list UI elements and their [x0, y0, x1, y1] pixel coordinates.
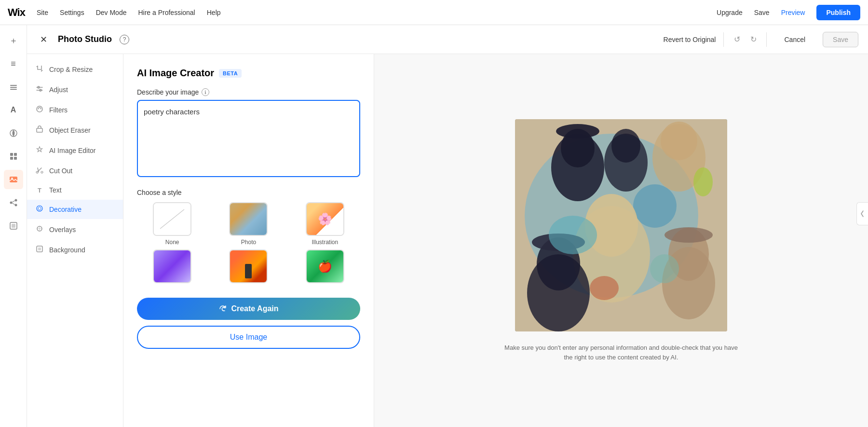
svg-point-10 [10, 202, 12, 204]
redo-button[interactable]: ↻ [746, 32, 760, 47]
sidebar-connect-icon[interactable] [4, 193, 23, 212]
svg-point-31 [556, 124, 599, 138]
tool-overlays[interactable]: Overlays [27, 220, 123, 239]
sidebar-layers2-icon[interactable] [4, 216, 23, 235]
revert-to-original-button[interactable]: Revert to Original [664, 36, 716, 43]
sidebar-add-icon[interactable]: ＋ [4, 31, 23, 50]
sidebar-apps-icon[interactable] [4, 147, 23, 166]
style6-item[interactable]: 🍎 [290, 249, 360, 286]
tool-crop-resize[interactable]: Crop & Resize [27, 60, 123, 79]
tool-cut-out[interactable]: Cut Out [27, 161, 123, 180]
save-button[interactable]: Save [823, 32, 858, 47]
svg-point-47 [693, 167, 713, 196]
svg-point-22 [41, 171, 43, 173]
style-illustration-item[interactable]: 🌸 Illustration [290, 202, 360, 246]
svg-rect-16 [12, 224, 15, 228]
top-navigation: Wix Site Settings Dev Mode Hire a Profes… [0, 0, 868, 25]
tool-object-eraser[interactable]: Object Eraser [27, 121, 123, 140]
modal-body: Crop & Resize Adjust Filters Object Eras… [27, 54, 868, 427]
svg-rect-5 [14, 153, 17, 156]
svg-rect-8 [10, 177, 17, 182]
undo-button[interactable]: ↺ [730, 32, 744, 47]
tool-text[interactable]: T Text [27, 181, 123, 199]
style4-item[interactable] [137, 249, 207, 286]
svg-point-19 [37, 106, 42, 112]
undo-redo-controls: ↺ ↻ [723, 32, 767, 47]
svg-rect-7 [14, 157, 17, 160]
tool-object-eraser-label: Object Eraser [49, 126, 91, 134]
ai-panel: AI Image Creator BETA Describe your imag… [123, 54, 374, 427]
object-eraser-icon [35, 125, 44, 135]
sidebar-color-icon[interactable] [4, 124, 23, 143]
main-sidebar: ＋ ≡ A [0, 25, 27, 427]
describe-info-icon[interactable]: ℹ [202, 88, 209, 96]
crop-resize-icon [35, 65, 44, 74]
sidebar-pages-icon[interactable]: ≡ [4, 54, 23, 73]
svg-rect-25 [38, 248, 41, 250]
style-photo-item[interactable]: Photo [213, 202, 284, 246]
decorative-icon [35, 205, 44, 214]
overlays-icon [35, 225, 44, 234]
tool-background[interactable]: Background [27, 240, 123, 260]
preview-disclaimer: Make sure you don't enter any personal i… [501, 343, 742, 362]
tool-adjust[interactable]: Adjust [27, 80, 123, 99]
text-icon: T [35, 187, 44, 194]
style-none-label: None [165, 239, 179, 246]
describe-textarea[interactable]: poetry characters [137, 100, 360, 177]
nav-save-button[interactable]: Save [754, 9, 770, 16]
svg-rect-2 [10, 89, 17, 90]
style-photo-label: Photo [241, 239, 256, 246]
tool-decorative[interactable]: Decorative [27, 200, 123, 219]
svg-line-13 [12, 201, 14, 202]
tool-filters[interactable]: Filters [27, 100, 123, 120]
style5-thumb [229, 249, 268, 283]
nav-preview-button[interactable]: Preview [781, 9, 805, 16]
cancel-button[interactable]: Cancel [774, 32, 815, 47]
sidebar-media-icon[interactable] [4, 170, 23, 189]
nav-item-devmode[interactable]: Dev Mode [96, 9, 127, 16]
use-image-button[interactable]: Use Image [137, 326, 360, 349]
svg-point-45 [650, 254, 679, 283]
style-grid-row1: None Photo 🌸 Illustration [137, 202, 360, 246]
modal-header: ✕ Photo Studio ? Revert to Original ↺ ↻ … [27, 25, 868, 54]
sidebar-font-icon[interactable]: A [4, 100, 23, 120]
svg-point-33 [611, 129, 640, 163]
svg-point-35 [661, 122, 697, 160]
collapse-panel-button[interactable] [856, 202, 868, 225]
style-illustration-thumb: 🌸 [306, 202, 344, 236]
create-refresh-icon [218, 304, 227, 313]
svg-rect-1 [10, 87, 17, 88]
modal-close-button[interactable]: ✕ [37, 33, 50, 46]
svg-point-11 [14, 199, 17, 202]
tools-sidebar: Crop & Resize Adjust Filters Object Eras… [27, 54, 123, 427]
style5-item[interactable] [213, 249, 284, 286]
wix-logo: Wix [8, 6, 25, 19]
tool-overlays-label: Overlays [49, 226, 76, 234]
tool-ai-image-editor[interactable]: AI Image Editor [27, 141, 123, 160]
svg-point-48 [665, 227, 713, 243]
nav-item-site[interactable]: Site [37, 9, 48, 16]
svg-rect-6 [10, 157, 13, 160]
nav-upgrade-button[interactable]: Upgrade [717, 9, 743, 16]
svg-rect-20 [37, 128, 42, 132]
tool-adjust-label: Adjust [49, 86, 68, 94]
svg-rect-4 [10, 153, 13, 156]
nav-item-help[interactable]: Help [207, 9, 221, 16]
modal-title: Photo Studio [58, 34, 112, 44]
style-none-item[interactable]: None [137, 202, 207, 246]
ai-image-editor-icon [35, 146, 44, 155]
svg-rect-0 [10, 85, 17, 86]
tool-filters-label: Filters [49, 106, 68, 114]
tool-cut-out-label: Cut Out [49, 167, 72, 175]
use-image-label: Use Image [230, 333, 267, 341]
create-again-button[interactable]: Create Again [137, 298, 360, 320]
sidebar-layers-icon[interactable] [4, 77, 23, 96]
svg-point-21 [36, 171, 38, 173]
nav-item-hire[interactable]: Hire a Professional [138, 9, 195, 16]
svg-point-46 [590, 276, 619, 300]
nav-item-settings[interactable]: Settings [60, 9, 84, 16]
modal-help-icon[interactable]: ? [120, 35, 129, 44]
nav-publish-button[interactable]: Publish [816, 5, 860, 20]
photo-studio-modal: ✕ Photo Studio ? Revert to Original ↺ ↻ … [27, 25, 868, 427]
svg-point-12 [14, 204, 17, 207]
